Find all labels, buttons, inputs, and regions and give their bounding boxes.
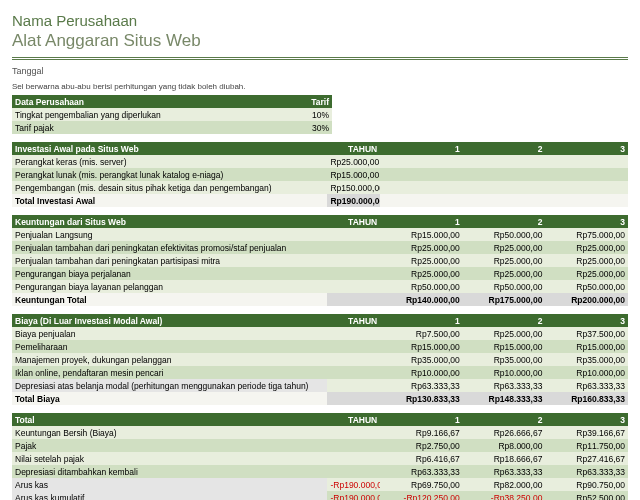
cell[interactable]: Rp35.000,00 [463, 353, 546, 366]
cell[interactable] [327, 366, 380, 379]
cell[interactable]: Rp35.000,00 [545, 353, 628, 366]
year-col: 1 [380, 215, 463, 228]
year-col: 3 [545, 413, 628, 426]
company-data-table: Data PerusahaanTarif Tingkat pengembalia… [12, 95, 332, 134]
cell: Rp69.750,00 [380, 478, 463, 491]
cell[interactable]: Rp7.500,00 [380, 327, 463, 340]
cell: Rp63.333,33 [545, 379, 628, 392]
cell[interactable] [327, 267, 380, 280]
cell: -Rp38.250,00 [463, 491, 546, 500]
cell[interactable]: Rp25.000,00 [545, 267, 628, 280]
cell[interactable] [327, 439, 380, 452]
cell[interactable]: Rp25.000,00 [327, 155, 380, 168]
row-label: Pemeliharaan [12, 340, 327, 353]
row-label: Nilai setelah pajak [12, 452, 327, 465]
total-value: Rp148.333,33 [463, 392, 546, 405]
section-header: Keuntungan dari Situs Web [12, 215, 327, 228]
total-value: Rp130.833,33 [380, 392, 463, 405]
row-label: Penjualan tambahan dari peningkatan part… [12, 254, 327, 267]
cell[interactable] [327, 353, 380, 366]
row-label: Pengurangan biaya layanan pelanggan [12, 280, 327, 293]
cell[interactable]: Rp15.000,00 [545, 340, 628, 353]
company-name: Nama Perusahaan [12, 8, 628, 29]
row-label: Penjualan tambahan dari peningkatan efek… [12, 241, 327, 254]
year-col: 1 [380, 314, 463, 327]
year-header: TAHUN [327, 215, 380, 228]
cell[interactable]: Rp15.000,00 [463, 340, 546, 353]
row-label: Depresiasi ditambahkan kembali [12, 465, 327, 478]
cell [327, 379, 380, 392]
cell: -Rp190.000,00 [327, 478, 380, 491]
benefits-table: Keuntungan dari Situs Web TAHUN 1 2 3 Pe… [12, 215, 628, 306]
year-col: 3 [545, 215, 628, 228]
cell[interactable]: Rp10.000,00 [545, 366, 628, 379]
investment-table: Investasi Awal pada Situs Web TAHUN 1 2 … [12, 142, 628, 207]
cell[interactable]: Rp37.500,00 [545, 327, 628, 340]
cell[interactable]: Rp15.000,00 [380, 228, 463, 241]
cell[interactable]: Rp15.000,00 [380, 340, 463, 353]
year-header: TAHUN [327, 142, 380, 155]
cell[interactable]: Rp25.000,00 [380, 267, 463, 280]
year-col: 3 [545, 314, 628, 327]
cell[interactable]: Rp9.166,67 [380, 426, 463, 439]
cell[interactable]: Rp6.416,67 [380, 452, 463, 465]
cell[interactable]: Rp50.000,00 [463, 280, 546, 293]
cell[interactable]: Rp50.000,00 [463, 228, 546, 241]
cell[interactable]: Rp150.000,00 [327, 181, 380, 194]
row-label: Arus kas [12, 478, 327, 491]
cell[interactable]: Rp25.000,00 [463, 254, 546, 267]
section-header: Investasi Awal pada Situs Web [12, 142, 327, 155]
cell[interactable] [327, 241, 380, 254]
cell[interactable]: Rp63.333,33 [463, 465, 546, 478]
cell[interactable]: Rp18.666,67 [463, 452, 546, 465]
cell[interactable]: Rp10.000,00 [380, 366, 463, 379]
cell[interactable]: Rp15.000,00 [327, 168, 380, 181]
row-value[interactable]: 10% [260, 108, 332, 121]
cell[interactable] [327, 327, 380, 340]
cell[interactable] [327, 452, 380, 465]
cell[interactable] [327, 254, 380, 267]
cell[interactable] [327, 228, 380, 241]
cell[interactable]: Rp26.666,67 [463, 426, 546, 439]
cell[interactable]: Rp8.000,00 [463, 439, 546, 452]
cell[interactable]: Rp25.000,00 [380, 254, 463, 267]
cell[interactable]: Rp25.000,00 [545, 254, 628, 267]
cell: -Rp190.000,00 [327, 491, 380, 500]
divider [12, 57, 628, 60]
row-value[interactable]: 30% [260, 121, 332, 134]
rate-header: Tarif [260, 95, 332, 108]
total-value: Rp160.833,33 [545, 392, 628, 405]
cell[interactable] [327, 280, 380, 293]
cell[interactable] [327, 465, 380, 478]
cell[interactable]: Rp10.000,00 [463, 366, 546, 379]
cell[interactable]: Rp25.000,00 [463, 241, 546, 254]
instruction-note: Sel berwarna abu-abu berisi perhitungan … [12, 80, 628, 95]
cell[interactable] [327, 340, 380, 353]
total-value: Rp190.000,00 [327, 194, 380, 207]
cell[interactable]: Rp25.000,00 [463, 327, 546, 340]
cell[interactable]: Rp39.166,67 [545, 426, 628, 439]
totals-table: Total TAHUN 1 2 3 Keuntungan Bersih (Bia… [12, 413, 628, 500]
row-label: Tingkat pengembalian yang diperlukan [12, 108, 260, 121]
cell[interactable]: Rp11.750,00 [545, 439, 628, 452]
cell[interactable]: Rp63.333,33 [380, 465, 463, 478]
cell: Rp90.750,00 [545, 478, 628, 491]
cell[interactable]: Rp50.000,00 [545, 280, 628, 293]
year-col: 1 [380, 142, 463, 155]
cell[interactable]: Rp50.000,00 [380, 280, 463, 293]
cell[interactable]: Rp27.416,67 [545, 452, 628, 465]
cell[interactable]: Rp63.333,33 [545, 465, 628, 478]
year-col: 2 [463, 314, 546, 327]
cell[interactable]: Rp35.000,00 [380, 353, 463, 366]
cell[interactable]: Rp2.750,00 [380, 439, 463, 452]
row-label: Depresiasi atas belanja modal (perhitung… [12, 379, 327, 392]
row-label: Biaya penjualan [12, 327, 327, 340]
cell[interactable]: Rp25.000,00 [545, 241, 628, 254]
cell[interactable]: Rp25.000,00 [380, 241, 463, 254]
row-label: Manajemen proyek, dukungan pelanggan [12, 353, 327, 366]
cell[interactable]: Rp25.000,00 [463, 267, 546, 280]
row-label: Perangkat keras (mis. server) [12, 155, 327, 168]
cell[interactable]: Rp75.000,00 [545, 228, 628, 241]
year-header: TAHUN [327, 413, 380, 426]
cell[interactable] [327, 426, 380, 439]
